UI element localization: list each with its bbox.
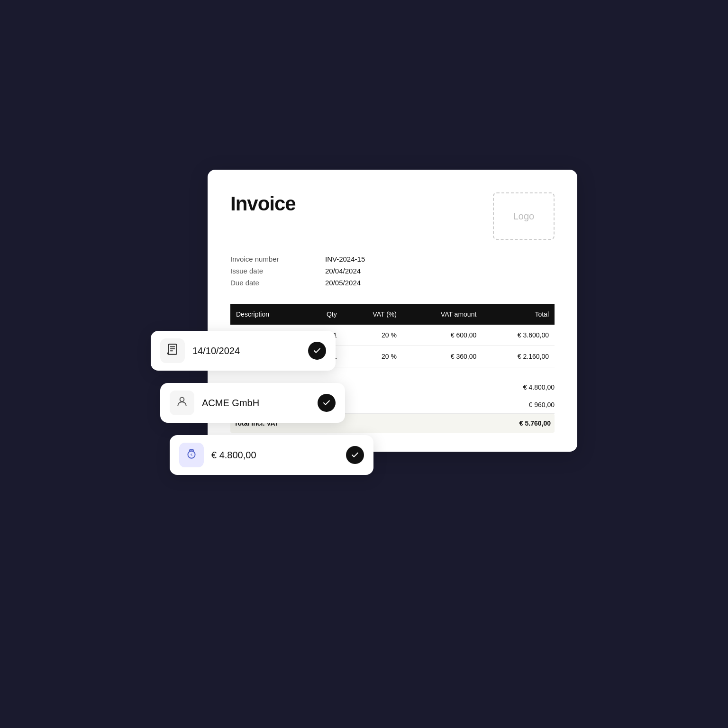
invoice-header: Invoice Logo (230, 192, 555, 240)
due-value: 20/05/2024 (325, 279, 361, 287)
scene: Invoice Logo Invoice number INV-2024-15 … (151, 170, 577, 558)
number-value: INV-2024-15 (325, 255, 365, 263)
col-description: Description (230, 304, 306, 325)
company-icon-wrap (170, 391, 194, 415)
issue-label: Issue date (230, 267, 306, 275)
total-vat-value: € 960,00 (493, 401, 555, 409)
col-total: Total (482, 304, 555, 325)
cell-vat-amount-1: € 600,00 (402, 325, 482, 346)
logo-placeholder: Logo (493, 192, 555, 240)
money-bag-icon: € (185, 447, 198, 463)
amount-check-icon (346, 446, 364, 464)
meta-row-number: Invoice number INV-2024-15 (230, 255, 555, 263)
receipt-icon (166, 343, 179, 358)
invoice-title: Invoice (230, 192, 296, 215)
table-header-row: Description Qty VAT (%) VAT amount Total (230, 304, 555, 325)
floating-card-date: 14/10/2024 (151, 331, 336, 371)
cell-vat-amount-2: € 360,00 (402, 346, 482, 367)
cell-vat-pct-2: 20 % (343, 346, 402, 367)
date-text: 14/10/2024 (192, 346, 300, 356)
svg-text:€: € (191, 453, 193, 457)
date-icon-wrap (160, 338, 185, 363)
table-header: Description Qty VAT (%) VAT amount Total (230, 304, 555, 325)
person-icon (176, 395, 188, 410)
company-text: ACME GmbH (202, 398, 310, 409)
company-check-icon (318, 394, 336, 412)
total-incl-value: € 5.760,00 (489, 419, 551, 427)
col-qty: Qty (306, 304, 343, 325)
meta-row-due: Due date 20/05/2024 (230, 279, 555, 287)
col-vat-pct: VAT (%) (343, 304, 402, 325)
amount-text: € 4.800,00 (211, 450, 338, 461)
number-label: Invoice number (230, 255, 306, 263)
col-vat-amount: VAT amount (402, 304, 482, 325)
date-check-icon (308, 342, 326, 360)
cell-total-2: € 2.160,00 (482, 346, 555, 367)
floating-card-amount: € € 4.800,00 (170, 435, 373, 475)
floating-card-company: ACME GmbH (160, 383, 345, 423)
cell-vat-pct-1: 20 % (343, 325, 402, 346)
meta-row-issue: Issue date 20/04/2024 (230, 267, 555, 275)
svg-point-4 (180, 397, 184, 401)
issue-value: 20/04/2024 (325, 267, 361, 275)
due-label: Due date (230, 279, 306, 287)
invoice-meta: Invoice number INV-2024-15 Issue date 20… (230, 255, 555, 287)
svg-rect-0 (168, 344, 176, 355)
total-excl-value: € 4.800,00 (493, 383, 555, 391)
amount-icon-wrap: € (179, 443, 204, 467)
cell-total-1: € 3.600,00 (482, 325, 555, 346)
